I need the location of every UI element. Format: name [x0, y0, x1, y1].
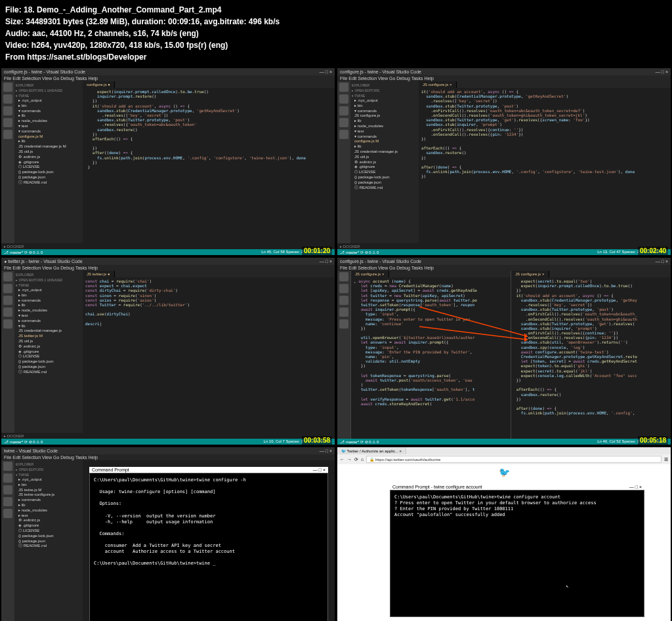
- window-controls[interactable]: — □ ×: [656, 70, 668, 74]
- sidebar[interactable]: EXPLORER ▸ OPEN EDITORS ▾ TWINE ▸ .nyc_o…: [350, 81, 419, 243]
- file-size: 34489301 bytes (32.89 MiB), duration: 00…: [26, 17, 280, 26]
- status-left[interactable]: ⎇ master* ⟳ ⊘ 0 ⚠ 0: [340, 250, 379, 254]
- menubar[interactable]: File Edit Selection View Go Debug Tasks …: [337, 75, 671, 81]
- screenshot-4: configure.js - twine - Visual Studio Cod…: [337, 258, 671, 445]
- editor-tab[interactable]: JS configure.js ×: [511, 271, 549, 277]
- docker-panel[interactable]: ▸ DOCKER: [1, 433, 335, 439]
- forward-icon[interactable]: →: [347, 457, 352, 462]
- timestamp: 00:05:18: [638, 436, 668, 445]
- command-prompt[interactable]: C:\Users\paul\Documents\GitHub\twine>twi…: [390, 490, 644, 617]
- status-left[interactable]: ⎇ master* ⟳ ⊘ 0 ⚠ 0: [4, 439, 43, 444]
- status-left[interactable]: ⎇ master* ⟳ ⊘ 0 ⚠ 0: [340, 439, 379, 444]
- explorer-label: EXPLORER: [352, 83, 417, 88]
- activity-bar[interactable]: [1, 81, 14, 243]
- folder-root[interactable]: ▾ TWINE: [16, 472, 81, 477]
- file-tree[interactable]: ▸ .nyc_output▸ bin▾ commands▸ lib▸ node_…: [16, 98, 81, 186]
- activity-bar[interactable]: [1, 460, 14, 621]
- open-editors[interactable]: ▸ OPEN EDITORS 1 UNSAVED: [16, 277, 81, 283]
- menubar[interactable]: File Edit Selection View Go Debug Tasks …: [1, 454, 335, 460]
- window-title: ● twitter.js - twine - Visual Studio Cod…: [4, 259, 83, 264]
- docker-panel[interactable]: ▸ DOCKER: [337, 243, 671, 249]
- source-url: https://sanet.st/blogs/Developer: [27, 52, 146, 62]
- command-prompt[interactable]: C:\Users\paul\Documents\GitHub\twine>twi…: [89, 473, 328, 621]
- window-controls[interactable]: — □ ×: [320, 259, 332, 264]
- window-title: configure.js - twine - Visual Studio Cod…: [340, 70, 421, 74]
- open-editors[interactable]: ▸ OPEN EDITORS 1 UNSAVED: [16, 88, 81, 93]
- folder-root[interactable]: ▾ TWINE: [16, 93, 81, 98]
- editor-tab[interactable]: JS configure.js ×: [351, 271, 389, 277]
- video-info: h264, yuv420p, 1280x720, 418 kb/s, 15.00…: [32, 41, 228, 50]
- screenshot-6: 🐦 Twitter / Authorize an applic... × ← →…: [337, 447, 671, 621]
- explorer-label: EXPLORER: [16, 83, 81, 88]
- window-controls[interactable]: — □ ×: [320, 70, 332, 74]
- open-editors[interactable]: ▸ OPEN EDITORS: [16, 467, 81, 472]
- menubar[interactable]: File Edit Selection View Go Debug Tasks …: [1, 265, 335, 271]
- screenshot-1: configure.js - twine - Visual Studio Cod…: [1, 68, 335, 255]
- timestamp: 00:03:58: [302, 436, 332, 445]
- home-icon[interactable]: ⌂: [361, 457, 364, 462]
- audio-info: aac, 44100 Hz, 2 channels, s16, 74 kb/s …: [32, 29, 198, 38]
- window-title: twine - Visual Studio Code: [4, 449, 58, 453]
- status-left[interactable]: ⎇ master* ⟳ ⊘ 0 ⚠ 0: [4, 250, 43, 254]
- code-editor[interactable]: it('should add an account', async () => …: [419, 88, 671, 243]
- sidebar[interactable]: EXPLORER ▸ OPEN EDITORS ▾ TWINE ▸ .nyc_o…: [14, 460, 83, 621]
- explorer-label: EXPLORER: [16, 462, 81, 467]
- file-tree[interactable]: ▸ .nyc_output▸ bin▾ commands JS configur…: [352, 98, 417, 190]
- editor-tab[interactable]: JS configure.js ×: [419, 81, 457, 88]
- activity-bar[interactable]: [337, 81, 350, 243]
- timestamp: 00:02:40: [638, 247, 668, 255]
- code-editor-left[interactable]: , async account (name) { let creds = new…: [351, 277, 511, 439]
- folder-root[interactable]: ▾ TWINE: [16, 283, 81, 288]
- explorer-label: EXPLORER: [16, 272, 81, 277]
- cmd-titlebar[interactable]: Command Prompt— □ ×: [89, 467, 328, 473]
- browser-toolbar[interactable]: ← → ⟳ ⌂ 🔒 https://api.twitter.com/oauth/…: [337, 454, 671, 464]
- menu-icon[interactable]: ☰: [664, 457, 668, 462]
- sidebar[interactable]: EXPLORER ▸ OPEN EDITORS 1 UNSAVED ▾ TWIN…: [14, 271, 83, 433]
- file-name: 18. Demo_-_Adding_Another_Command_Part_2…: [24, 5, 221, 14]
- editor-tab[interactable]: JS twitter.js ●: [83, 271, 115, 277]
- back-icon[interactable]: ←: [340, 457, 345, 462]
- screenshot-2: configure.js - twine - Visual Studio Cod…: [337, 68, 671, 255]
- reload-icon[interactable]: ⟳: [354, 457, 358, 462]
- window-title: configure.js - twine - Visual Studio Cod…: [4, 70, 85, 74]
- code-editor-right[interactable]: expect(secret).to.equal('two') expect(in…: [511, 277, 671, 439]
- code-editor[interactable]: expect(inquirer.prompt.calledOnce).to.be…: [83, 88, 335, 243]
- file-tree[interactable]: ▸ .nyc_output▸ bin▸ commands▸ lib▸ node_…: [16, 288, 81, 375]
- sidebar[interactable]: EXPLORER ▸ OPEN EDITORS 1 UNSAVED ▾ TWIN…: [14, 81, 83, 243]
- cmd-titlebar[interactable]: Command Prompt - twine configure account…: [390, 484, 644, 490]
- file-tree[interactable]: ▸ .nyc_output▸ bin JS twine.js M JS twin…: [16, 477, 81, 549]
- window-title: configure.js - twine - Visual Studio Cod…: [340, 259, 421, 264]
- folder-root[interactable]: ▾ TWINE: [352, 93, 417, 98]
- docker-panel[interactable]: ▸ DOCKER: [1, 243, 335, 249]
- browser-tab[interactable]: 🐦 Twitter / Authorize an applic... ×: [337, 447, 406, 454]
- menubar[interactable]: File Edit Selection View Go Debug Tasks …: [337, 265, 671, 271]
- timestamp: 00:01:20: [302, 247, 332, 255]
- code-editor[interactable]: const chai = require('chai') const expec…: [83, 277, 335, 433]
- open-editors[interactable]: ▸ OPEN EDITORS: [352, 88, 417, 93]
- screenshot-5: twine - Visual Studio Code— □ × File Edi…: [1, 447, 335, 621]
- window-controls[interactable]: — □ ×: [656, 259, 668, 264]
- twitter-logo-icon: 🐦: [337, 464, 671, 480]
- editor-tab[interactable]: configure.js ●: [83, 81, 115, 88]
- url-bar[interactable]: 🔒 https://api.twitter.com/oauth/authoriz…: [366, 456, 662, 463]
- activity-bar[interactable]: [337, 271, 350, 439]
- window-controls[interactable]: — □ ×: [320, 449, 332, 453]
- menubar[interactable]: File Edit Selection View Go Debug Tasks …: [1, 75, 335, 81]
- screenshot-3: ● twitter.js - twine - Visual Studio Cod…: [1, 258, 335, 445]
- activity-bar[interactable]: [1, 271, 14, 433]
- file-info-header: File: 18. Demo_-_Adding_Another_Command_…: [0, 0, 672, 67]
